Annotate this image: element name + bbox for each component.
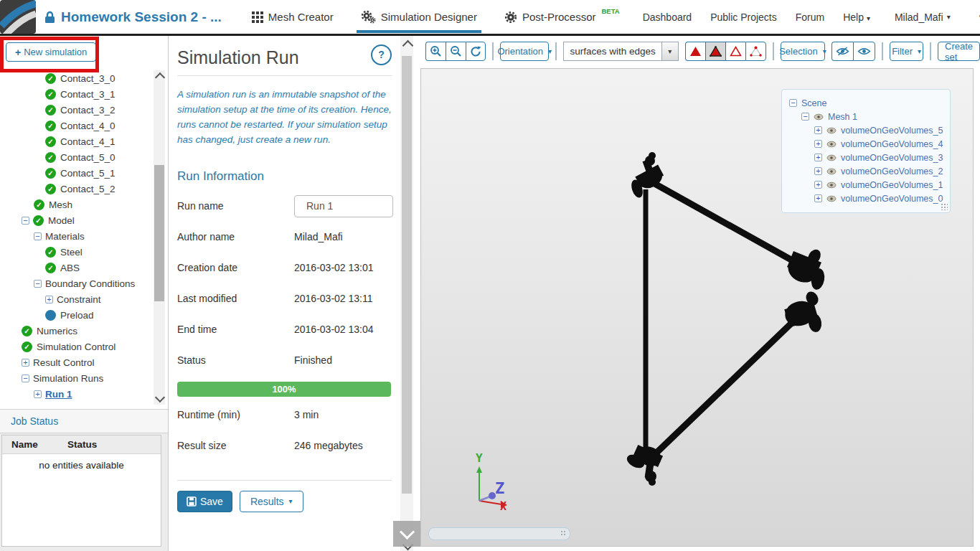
nav-public-projects[interactable]: Public Projects [710, 11, 777, 23]
tree-expand-icon[interactable]: + [814, 154, 822, 161]
filter-dropdown-button[interactable]: Filter ▾ [890, 42, 923, 61]
tree-collapse-icon[interactable]: − [801, 113, 809, 121]
tree-status-icon [22, 326, 32, 336]
tree-expand-icon[interactable]: + [814, 140, 822, 148]
nav-help-dropdown[interactable]: Help ▾ [843, 11, 870, 23]
tab-mesh-creator[interactable]: Mesh Creator [248, 0, 338, 34]
tree-item[interactable]: Steel [0, 244, 151, 260]
eye-icon[interactable] [826, 182, 837, 189]
tree-expander-icon[interactable] [45, 296, 53, 303]
tree-expander-icon[interactable] [34, 280, 42, 288]
tree-item[interactable]: Boundary Conditions [0, 276, 151, 291]
eye-icon[interactable] [826, 154, 837, 161]
scene-tree-volume[interactable]: + volumeOnGeoVolumes_4 [789, 137, 946, 151]
scene-tree-volume[interactable]: + volumeOnGeoVolumes_3 [789, 151, 946, 164]
nav-forum[interactable]: Forum [796, 11, 824, 23]
outline-triangle-icon [730, 46, 742, 57]
scrollbar-thumb[interactable] [154, 165, 164, 301]
run-name-input[interactable] [294, 195, 393, 217]
tree-expander-icon[interactable] [34, 232, 42, 240]
scene-tree-volume[interactable]: + volumeOnGeoVolumes_1 [789, 178, 946, 192]
project-title[interactable]: Homework Session 2 - ... [44, 9, 222, 25]
sidebar-scrollbar[interactable] [154, 70, 165, 405]
scene-tree-mesh[interactable]: − Mesh 1 [789, 110, 946, 123]
tree-item[interactable]: Materials [0, 228, 151, 244]
display-mode-group [685, 42, 766, 61]
tree-item[interactable]: Simulation Control [0, 339, 151, 354]
tree-collapse-icon[interactable]: − [789, 99, 797, 107]
tree-expander-icon[interactable] [34, 390, 42, 398]
app-logo[interactable] [0, 0, 36, 34]
save-button[interactable]: Save [177, 491, 232, 512]
tree-item[interactable]: Contact_5_0 [0, 149, 151, 165]
lock-icon [44, 11, 55, 24]
tree-item[interactable]: Run 1 [0, 386, 151, 402]
refresh-view-button[interactable] [466, 42, 486, 61]
tree-status-icon [45, 152, 56, 163]
tree-item[interactable]: Mesh [0, 197, 151, 212]
nav-dashboard[interactable]: Dashboard [643, 11, 692, 23]
display-wireframe-button[interactable] [725, 42, 745, 61]
tree-item[interactable]: Contact_4_0 [0, 118, 151, 133]
scene-tree-volume[interactable]: + volumeOnGeoVolumes_0 [789, 192, 946, 205]
eye-icon[interactable] [814, 113, 824, 121]
new-simulation-button[interactable]: + New simulation [6, 42, 96, 62]
tree-item[interactable]: Preload [0, 307, 151, 323]
tree-item[interactable]: Simulation Runs [0, 370, 151, 386]
render-mode-select[interactable]: surfaces with edges ▾ [563, 42, 678, 61]
eye-icon[interactable] [826, 127, 837, 134]
show-selection-button[interactable] [853, 42, 875, 61]
hide-selection-button[interactable] [831, 42, 853, 61]
panel-scrollbar[interactable] [400, 36, 413, 551]
orientation-dropdown-button[interactable]: Orientation ▾ [500, 42, 549, 61]
tree-item[interactable]: Numerics [0, 323, 151, 339]
tree-item[interactable]: Contact_5_1 [0, 165, 151, 181]
resize-grip[interactable] [941, 203, 948, 210]
scene-tree-volume[interactable]: + volumeOnGeoVolumes_5 [789, 123, 946, 137]
scene-tree-root[interactable]: − Scene [789, 96, 946, 110]
selection-dropdown-button[interactable]: Selection ▾ [781, 42, 825, 61]
user-menu[interactable]: Milad_Mafi ▾ [895, 11, 951, 23]
tree-item[interactable]: Result Control [0, 354, 151, 370]
scene-tree-volume[interactable]: + volumeOnGeoVolumes_2 [789, 164, 946, 178]
tree-expander-icon[interactable] [22, 359, 29, 367]
tab-simulation-designer[interactable]: Simulation Designer [357, 0, 481, 34]
scroll-up-icon[interactable] [155, 72, 165, 83]
tree-item[interactable]: Contact_3_0 [0, 70, 151, 86]
selection-label: Selection [779, 46, 817, 57]
scroll-down-icon[interactable] [155, 392, 165, 402]
tree-item[interactable]: Contact_4_1 [0, 133, 151, 149]
zoom-out-button[interactable] [446, 42, 466, 61]
create-set-button[interactable]: Create set [938, 42, 980, 61]
zoom-in-button[interactable] [425, 42, 446, 61]
eye-icon[interactable] [826, 141, 837, 148]
tree-item[interactable]: Contact_3_2 [0, 102, 151, 118]
collapsed-panel-handle[interactable] [428, 527, 570, 540]
display-surfaces-edges-button[interactable] [705, 42, 725, 61]
tree-item[interactable]: Contact_3_1 [0, 86, 151, 102]
tab-post-processor[interactable]: Post-Processor BETA [500, 0, 624, 34]
display-surfaces-button[interactable] [685, 42, 705, 61]
display-points-button[interactable] [745, 42, 766, 61]
tree-expand-icon[interactable]: + [814, 167, 822, 175]
tree-item[interactable]: Constraint [0, 291, 151, 307]
scroll-down-overlay-button[interactable] [393, 521, 420, 547]
job-status-table: Name Status no entities available [1, 435, 161, 547]
end-time-row: End time 2016-03-02 13:04 [177, 314, 392, 345]
tree-expand-icon[interactable]: + [814, 194, 822, 202]
tree-item[interactable]: Model [0, 212, 151, 228]
tree-expand-icon[interactable]: + [814, 126, 822, 134]
solid-triangle-icon [689, 46, 702, 57]
eye-icon[interactable] [826, 195, 837, 202]
tree-expand-icon[interactable]: + [814, 181, 822, 189]
tree-expander-icon[interactable] [22, 375, 29, 382]
viewport-3d[interactable]: − Scene − Mesh 1 + [420, 68, 974, 547]
tree-item[interactable]: Contact_5_2 [0, 181, 151, 197]
results-dropdown-button[interactable]: Results ▾ [240, 491, 303, 512]
help-icon[interactable]: ? [371, 44, 392, 65]
scrollbar-thumb[interactable] [402, 56, 412, 494]
tree-expander-icon[interactable] [22, 217, 29, 225]
tree-item[interactable]: ABS [0, 260, 151, 276]
eye-icon[interactable] [826, 168, 837, 175]
field-label: Status [177, 354, 294, 366]
